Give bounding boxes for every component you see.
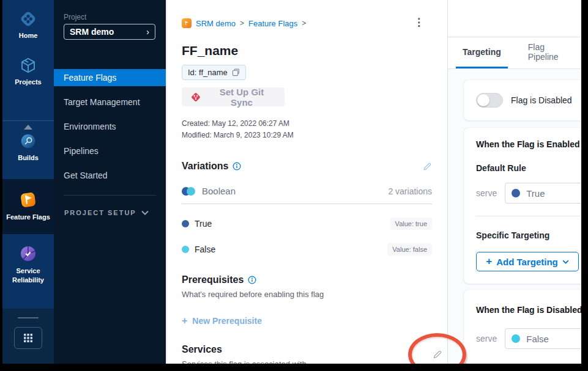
sidebar-item-environments[interactable]: Environments	[54, 118, 166, 135]
edit-variations-button[interactable]	[423, 162, 432, 171]
breadcrumb: SRM demo > Feature Flags >	[182, 18, 432, 28]
rail-item-feature-flags[interactable]: Feature Flags	[6, 190, 50, 222]
pencil-icon	[433, 350, 442, 359]
variation-value-badge: Value: false	[387, 243, 432, 255]
tab-targeting[interactable]: Targeting	[456, 37, 508, 69]
serve-label: serve	[476, 334, 497, 343]
add-targeting-label: Add Targeting	[496, 257, 558, 267]
edit-services-button[interactable]	[433, 350, 442, 359]
git-branch-icon	[190, 92, 201, 103]
builds-icon	[19, 132, 37, 150]
flag-detail-main: SRM demo > Feature Flags > ⋮ FF_name Id:…	[166, 0, 447, 364]
sidebar-item-label: Feature Flags	[64, 73, 116, 83]
default-on-variation-select[interactable]: True	[505, 183, 581, 204]
service-reliability-icon	[18, 244, 38, 263]
sidebar-item-label: Environments	[64, 122, 116, 131]
sidebar-item-label: Get Started	[64, 171, 108, 180]
plus-icon: +	[182, 315, 187, 326]
copy-icon[interactable]	[232, 68, 240, 76]
tab-flag-pipeline[interactable]: Flag Pipeline	[521, 37, 581, 69]
flag-state-card: Flag is Disabled	[464, 80, 581, 120]
pencil-icon	[423, 162, 432, 171]
variation-name: False	[195, 244, 215, 254]
true-variation-dot	[512, 189, 520, 197]
prerequisites-heading: Prerequisites	[182, 274, 244, 285]
rail-item-service-reliability[interactable]: Service Reliability	[6, 244, 50, 285]
disabled-card-title: When the Flag is Disabled	[476, 305, 581, 315]
sidebar-item-label: Target Management	[64, 97, 140, 107]
disabled-rules-card: When the Flag is Disabled serve False	[464, 290, 581, 364]
project-selector[interactable]: SRM demo ›	[64, 24, 155, 40]
collapse-up-icon[interactable]	[24, 125, 32, 130]
more-options-button[interactable]: ⋮	[414, 17, 424, 28]
rail-item-builds[interactable]: Builds	[6, 132, 50, 163]
sidebar-item-pipelines[interactable]: Pipelines	[54, 142, 166, 160]
default-rule-label: Default Rule	[476, 163, 581, 173]
sidebar-item-get-started[interactable]: Get Started	[54, 167, 166, 184]
created-timestamp: Created: May 12, 2022 06:27 AM	[182, 118, 432, 130]
breadcrumb-section-link[interactable]: Feature Flags	[248, 19, 297, 28]
plus-icon: +	[486, 255, 492, 268]
variation-value-badge: Value: true	[390, 218, 432, 230]
rule-divider	[476, 216, 581, 216]
project-name: SRM demo	[70, 27, 114, 37]
flag-enabled-toggle[interactable]	[476, 93, 503, 108]
project-sidebar: Project SRM demo › Feature Flags Target …	[54, 0, 166, 364]
default-off-variation-select[interactable]: False	[505, 328, 581, 349]
set-up-git-sync-button[interactable]: Set Up Git Sync	[182, 87, 285, 106]
info-icon[interactable]	[233, 162, 241, 171]
services-description: Services this flag is associated with	[182, 359, 432, 364]
info-icon[interactable]	[248, 276, 256, 284]
panel-header-spacer	[448, 0, 581, 37]
sidebar-item-label: Pipelines	[64, 146, 99, 156]
flag-id-text: Id: ff_name	[188, 68, 228, 77]
panel-tabbar: Targeting Flag Pipeline	[448, 37, 581, 70]
rail-label: Home	[6, 31, 50, 40]
rail-item-projects[interactable]: Projects	[6, 56, 50, 87]
targeting-panel: Targeting Flag Pipeline Flag is Disabled…	[447, 0, 581, 364]
variation-count: 2 variations	[388, 186, 432, 196]
false-variation-dot	[182, 246, 189, 253]
services-section: Services Services this flag is associate…	[182, 344, 432, 364]
chevron-right-icon: ›	[146, 27, 149, 37]
variation-name: True	[195, 219, 212, 229]
selected-variation: False	[526, 334, 549, 344]
panel-body: Flag is Disabled When the Flag is Enable…	[448, 69, 581, 364]
variations-divider	[182, 204, 432, 204]
flag-state-label: Flag is Disabled	[511, 95, 572, 105]
specific-targeting-label: Specific Targeting	[476, 230, 581, 240]
boolean-type-icon	[182, 187, 195, 196]
rail-label: Builds	[6, 153, 50, 163]
sidebar-item-feature-flags[interactable]: Feature Flags	[54, 69, 166, 86]
chevron-down-icon	[562, 260, 569, 264]
page-title: FF_name	[182, 43, 432, 58]
new-prerequisite-label: New Prerequisite	[192, 316, 262, 326]
git-sync-label: Set Up Git Sync	[207, 87, 276, 108]
rail-divider	[18, 317, 39, 318]
false-variation-dot	[512, 334, 520, 343]
projects-cube-icon	[19, 56, 37, 75]
tab-label: Flag Pipeline	[528, 42, 575, 62]
services-heading: Services	[182, 344, 222, 355]
grid-icon	[23, 333, 33, 343]
sidebar-item-target-management[interactable]: Target Management	[54, 94, 166, 111]
new-prerequisite-button[interactable]: + New Prerequisite	[182, 315, 432, 326]
variations-heading: Variations	[182, 161, 228, 172]
app-window: Home Projects Builds	[2, 0, 581, 364]
project-label: Project	[64, 13, 166, 21]
module-picker-button[interactable]	[14, 327, 42, 349]
enabled-card-title: When the Flag is Enabled	[476, 139, 580, 149]
chevron-down-icon	[141, 210, 149, 215]
tab-label: Targeting	[463, 47, 501, 57]
breadcrumb-separator: >	[240, 19, 244, 28]
prerequisites-description: What's required before enabling this fla…	[182, 290, 432, 299]
home-icon	[19, 10, 37, 28]
enabled-rules-card: When the Flag is Enabled Default Rule se…	[464, 128, 581, 284]
rail-item-home[interactable]: Home	[6, 10, 50, 40]
project-setup-toggle[interactable]: PROJECT SETUP	[64, 209, 149, 216]
modified-timestamp: Modified: March 9, 2023 10:29 AM	[182, 130, 432, 141]
breadcrumb-project-link[interactable]: SRM demo	[196, 19, 236, 28]
add-targeting-button[interactable]: + Add Targeting	[476, 252, 579, 271]
variation-row-true: True Value: true	[182, 218, 432, 230]
flag-id-chip[interactable]: Id: ff_name	[182, 65, 246, 80]
